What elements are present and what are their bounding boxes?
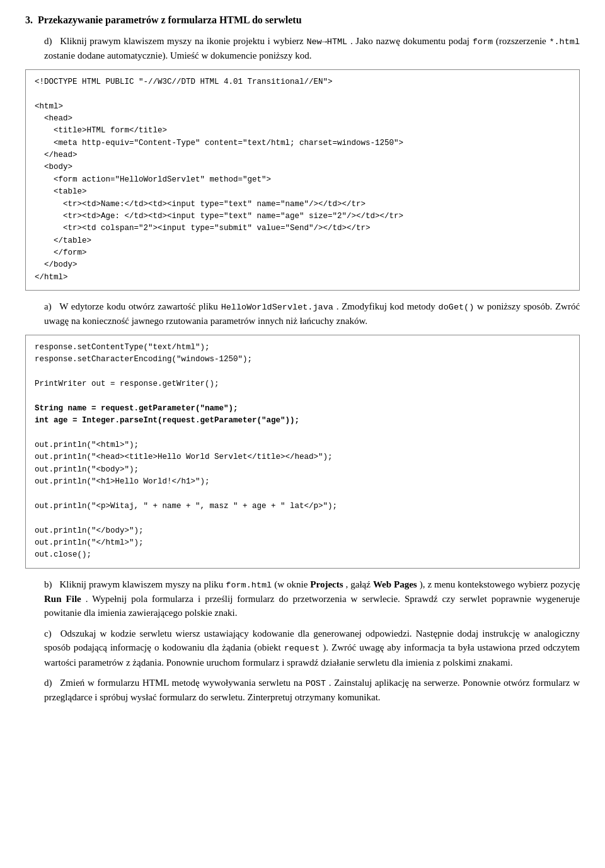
item-b-text3: , gałąź: [346, 579, 371, 589]
item-b-bold2: Web Pages: [373, 579, 417, 589]
page-content: 3. Przekazywanie parametrów z formularza…: [25, 13, 580, 705]
intro-d-command: New→HTML: [306, 37, 347, 47]
item-a-label: a): [44, 301, 52, 311]
code-block-1: <!DOCTYPE HTML PUBLIC "-//W3C//DTD HTML …: [25, 69, 580, 291]
item-d: d) Zmień w formularzu HTML metodę wywoły…: [44, 676, 580, 705]
item-a-code2: doGet(): [439, 303, 475, 312]
intro-d-text2: . Jako nazwę dokumentu podaj: [350, 36, 470, 46]
item-c-code1: request: [284, 644, 320, 653]
item-b-bold3: Run File: [44, 594, 81, 604]
item-b-text1: Kliknij prawym klawiszem myszy na pliku: [59, 579, 223, 589]
item-d-label: d): [44, 678, 52, 688]
item-b: b) Kliknij prawym klawiszem myszy na pli…: [44, 577, 580, 620]
item-a: a) W edytorze kodu otwórz zawartość plik…: [44, 299, 580, 328]
item-d-code1: POST: [306, 679, 326, 688]
intro-d-text: Kliknij prawym klawiszem myszy na ikonie…: [60, 36, 304, 46]
item-c: c) Odszukaj w kodzie serwletu wiersz ust…: [44, 627, 580, 669]
item-b-text5: . Wypełnij pola formularza i prześlij fo…: [44, 594, 580, 618]
item-b-bold1: Projects: [310, 579, 343, 589]
section-header: 3. Przekazywanie parametrów z formularza…: [25, 13, 580, 28]
code-block-2: response.setContentType("text/html"); re…: [25, 335, 580, 569]
item-b-text4: ), z menu kontekstowego wybierz pozycję: [420, 579, 580, 589]
section-number: 3.: [25, 13, 33, 28]
item-b-code1: form.html: [226, 581, 272, 590]
intro-d-code1: form: [473, 37, 493, 47]
item-d-text1: Zmień w formularzu HTML metodę wywoływan…: [60, 678, 302, 688]
intro-d-text4: zostanie dodane automatycznie). Umieść w…: [44, 50, 311, 61]
intro-d-text3: (rozszerzenie: [496, 36, 546, 46]
item-a-code1: HelloWorldServlet.java: [221, 303, 333, 312]
item-b-text2: (w oknie: [274, 579, 308, 589]
intro-d-code2: *.html: [549, 37, 580, 47]
item-a-text2: . Zmodyfikuj kod metody: [337, 301, 435, 311]
intro-d: d) Kliknij prawym klawiszem myszy na iko…: [44, 34, 580, 63]
section-title: Przekazywanie parametrów z formularza HT…: [38, 13, 302, 28]
item-b-label: b): [44, 579, 52, 589]
item-c-label: c): [44, 628, 52, 639]
intro-d-label: d): [44, 36, 52, 46]
item-a-text1: W edytorze kodu otwórz zawartość pliku: [59, 301, 218, 311]
